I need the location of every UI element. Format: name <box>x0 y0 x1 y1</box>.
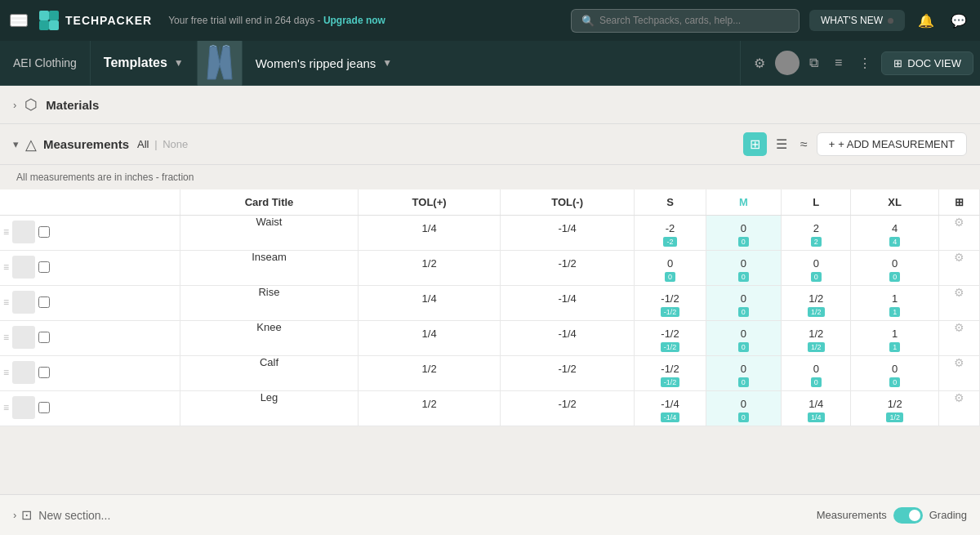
l-value: 1/2 <box>785 328 847 340</box>
tol-plus-cell: 1/4 <box>359 321 500 356</box>
l-tag: 1/4 <box>808 412 825 422</box>
m-value: 0 <box>710 363 778 375</box>
xl-cell: 11 <box>851 286 939 321</box>
row-settings-icon[interactable]: ⚙ <box>947 244 971 270</box>
drag-handle-icon[interactable]: ≡ <box>3 261 9 273</box>
row-thumbnail <box>12 396 35 419</box>
sort-button[interactable]: ≈ <box>796 133 812 156</box>
table-header-row: Card Title TOL(+) TOL(-) S M L XL ⊞ <box>0 189 980 216</box>
measurement-name: Inseam <box>252 251 287 263</box>
tol-plus-value: 1/4 <box>362 292 496 305</box>
copy-button[interactable]: ⧉ <box>803 51 825 75</box>
measurement-name: Waist <box>256 216 282 228</box>
s-cell: -1/2-1/2 <box>635 321 706 356</box>
table-row: ≡ Calf1/2-1/2-1/2-1/2000000⚙ <box>0 356 980 391</box>
m-cell: 00 <box>706 216 782 251</box>
new-section-toggle[interactable]: › <box>13 509 16 521</box>
settings-icon-button[interactable]: ⚙ <box>747 51 772 76</box>
filter-button[interactable]: ≡ <box>828 51 849 75</box>
menu-button[interactable] <box>10 14 28 27</box>
templates-tab[interactable]: Templates ▼ <box>91 41 198 85</box>
measurement-name: Knee <box>256 321 281 333</box>
s-tag: -2 <box>663 237 676 247</box>
header-xl: XL <box>851 189 939 216</box>
xl-cell: 11 <box>851 321 939 356</box>
tol-minus-value: -1/4 <box>504 292 631 305</box>
drag-handle-icon[interactable]: ≡ <box>3 296 9 308</box>
xl-tag: 0 <box>889 272 900 282</box>
table-row: ≡ Inseam1/2-1/200000000⚙ <box>0 251 980 286</box>
row-checkbox[interactable] <box>38 402 50 413</box>
row-checkbox[interactable] <box>38 367 50 378</box>
notifications-button[interactable]: 🔔 <box>915 10 938 32</box>
row-checkbox[interactable] <box>38 296 50 308</box>
m-value: 0 <box>710 328 778 340</box>
add-measurement-button[interactable]: + + ADD MEASUREMENT <box>817 132 967 156</box>
layers-icon: ⊞ <box>893 57 902 69</box>
row-checkbox[interactable] <box>38 332 50 343</box>
filter-all-link[interactable]: All <box>137 138 149 150</box>
l-tag: 2 <box>811 237 822 247</box>
chat-button[interactable]: 💬 <box>947 10 970 32</box>
row-settings-icon[interactable]: ⚙ <box>947 209 971 235</box>
add-icon: + <box>829 138 835 150</box>
list-view-button[interactable]: ☰ <box>772 132 791 156</box>
header-s: S <box>635 189 706 216</box>
l-cell: 1/21/2 <box>782 321 851 356</box>
measurements-toggle-button[interactable]: ▾ <box>13 138 19 150</box>
row-settings-icon[interactable]: ⚙ <box>947 385 971 411</box>
s-cell: -1/2-1/2 <box>635 356 706 391</box>
materials-toggle-button[interactable]: › <box>13 99 16 111</box>
grading-toggle-label: Grading <box>929 509 967 521</box>
m-cell: 00 <box>706 286 782 321</box>
upgrade-link[interactable]: Upgrade now <box>323 15 385 26</box>
l-tag: 1/2 <box>808 342 825 352</box>
s-value: -1/4 <box>638 398 702 410</box>
xl-value: 0 <box>854 257 935 270</box>
s-value: -1/2 <box>638 292 702 305</box>
bottom-bar: › ⊡ New section... Measurements Grading <box>0 494 980 535</box>
grid-view-button[interactable]: ⊞ <box>743 132 767 156</box>
row-checkbox[interactable] <box>38 261 50 273</box>
logo-text: TECHPACKER <box>65 14 152 27</box>
materials-icon: ⬡ <box>24 96 38 114</box>
tol-plus-cell: 1/4 <box>359 286 500 321</box>
m-cell: 00 <box>706 391 782 426</box>
logo-icon <box>38 9 60 32</box>
avatar-button[interactable] <box>775 51 800 75</box>
xl-cell: 44 <box>851 216 939 251</box>
more-options-button[interactable]: ⋮ <box>852 51 878 76</box>
tol-minus-value: -1/2 <box>504 398 631 410</box>
s-tag: -1/2 <box>661 307 680 317</box>
tol-plus-value: 1/2 <box>362 257 496 270</box>
drag-handle-icon[interactable]: ≡ <box>3 332 9 343</box>
drag-handle-icon[interactable]: ≡ <box>3 367 9 378</box>
row-name-cell: Calf <box>180 356 359 391</box>
search-bar[interactable]: 🔍 Search Techpacks, cards, help... <box>571 9 800 33</box>
row-settings-icon[interactable]: ⚙ <box>947 314 971 341</box>
row-settings-icon[interactable]: ⚙ <box>947 279 971 305</box>
product-chevron-icon: ▼ <box>382 57 392 69</box>
m-tag: 0 <box>738 342 749 352</box>
row-controls-cell: ≡ <box>0 286 180 321</box>
l-value: 1/4 <box>785 398 847 410</box>
filter-none-label[interactable]: None <box>163 138 188 150</box>
header-l: L <box>782 189 851 216</box>
measurements-table-container: Card Title TOL(+) TOL(-) S M L XL ⊞ ≡ Wa… <box>0 189 980 426</box>
drag-handle-icon[interactable]: ≡ <box>3 226 9 238</box>
xl-tag: 1 <box>889 342 900 352</box>
whats-new-button[interactable]: WHAT'S NEW <box>809 10 905 31</box>
doc-view-button[interactable]: ⊞ DOC VIEW <box>881 51 973 75</box>
drag-handle-icon[interactable]: ≡ <box>3 402 9 413</box>
table-row: ≡ Waist1/4-1/4-2-2002244⚙ <box>0 216 980 251</box>
grading-toggle-switch[interactable] <box>893 507 923 524</box>
grading-toggle-area: Measurements Grading <box>817 507 967 524</box>
product-name-tab[interactable]: Women's ripped jeans ▼ <box>243 41 741 85</box>
row-checkbox[interactable] <box>38 226 50 238</box>
new-section-button[interactable]: ⊡ New section... <box>21 507 110 523</box>
header-controls-col <box>0 189 180 216</box>
l-tag: 1/2 <box>808 307 825 317</box>
table-row: ≡ Leg1/2-1/2-1/4-1/4001/41/41/21/2⚙ <box>0 391 980 426</box>
row-settings-icon[interactable]: ⚙ <box>947 350 971 376</box>
brand-tab[interactable]: AEI Clothing <box>0 41 91 85</box>
